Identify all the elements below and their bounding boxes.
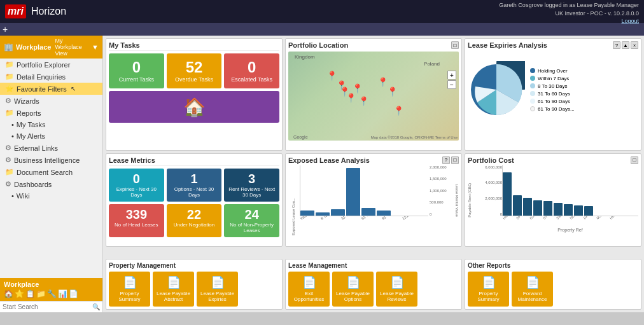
logout-link[interactable]: Logout [499,17,639,25]
other-property-summary-card[interactable]: 📄 Property Summary [468,272,509,307]
sidebar-item-business-intelligence[interactable]: ⚙ Business Intelligence [0,154,102,166]
map-controls-panel: □ [451,41,459,49]
lease-payable-expiries-card[interactable]: 📄 Lease Payable Expiries [197,272,238,307]
exit-opportunities-card[interactable]: 📄 Exit Opportunities [288,272,330,307]
sidebar-header: 🏢 Workplace My Workplace View ▼ [0,36,102,59]
sidebar-item-document-search[interactable]: 📁 Document Search [0,166,102,178]
cost-x-label: MS00011 [596,216,605,220]
metric-value: 22 [169,208,220,221]
sidebar-item-reports[interactable]: 📁 Reports [0,107,102,119]
map-zoom-in[interactable]: + [447,71,456,80]
metric-rent-reviews[interactable]: 3 Rent Reviews - Next 30 Days [224,169,279,202]
escalated-tasks-card[interactable]: 0 Escalated Tasks [224,53,279,88]
metric-options[interactable]: 1 Options - Next 30 Days [167,169,222,202]
legend-dot [530,106,535,111]
sidebar-item-my-tasks[interactable]: • My Tasks [0,119,102,130]
expand-ctrl[interactable]: □ [451,156,459,164]
help-ctrl[interactable]: ? [613,41,620,49]
close-ctrl[interactable]: × [631,41,638,49]
metric-label: Options - Next 30 Days [169,186,220,198]
sidebar-label: Detail Enquiries [17,73,66,81]
doc-icon: 📄 [211,275,225,289]
bullet-icon: • [11,192,14,200]
add-button[interactable]: + [3,24,8,34]
sidebar-icon-5[interactable]: 🔧 [47,289,57,298]
legend-61-90-2: 61 To 90 Days... [530,106,575,112]
card-label: Forward Maintenance [514,291,550,303]
home-task-card[interactable]: 🏠 [109,91,279,123]
y-val: 0 [430,212,454,216]
legend-8-30: 8 To 30 Days [530,83,575,89]
sidebar-item-detail-enquiries[interactable]: 📁 Detail Enquiries [0,71,102,83]
lease-payable-reviews-card[interactable]: 📄 Lease Payable Reviews [376,272,417,307]
lease-payable-options-card[interactable]: 📄 Lease Payable Options [332,272,374,307]
sidebar-icon-3[interactable]: 📋 [25,289,35,298]
metric-value: 3 [227,172,277,185]
map-zoom-out[interactable]: − [447,80,456,89]
sidebar-label: My Tasks [17,121,46,128]
bullet-icon: • [11,132,14,140]
sidebar-item-portfolio-explorer[interactable]: 📁 Portfolio Explorer [0,59,102,71]
sidebar-icon-4[interactable]: 📁 [36,289,46,298]
property-management-panel: Property Management 📄 Property Summary 📄… [106,259,283,310]
map-pin-4: 📍 [352,83,363,93]
map-pin-1: 📍 [326,71,337,81]
overdue-tasks-card[interactable]: 52 Overdue Tasks [167,53,222,88]
cost-x-label: STOREA [542,216,551,220]
lease-metrics-title: Lease Metrics [109,156,279,166]
sidebar-item-my-alerts[interactable]: • My Alerts [0,130,102,142]
sidebar-title: Workplace [16,43,51,51]
x-label: 8 To 30 Day... [320,216,333,221]
metric-negotiation[interactable]: 22 Under Negotiation [167,204,222,237]
exposed-lease-panel: Exposed Lease Analysis ? □ Exposed Lease… [285,153,462,247]
sidebar-icon-2[interactable]: ⭐ [15,289,24,298]
doc-icon: 📄 [123,275,137,289]
sidebar-label: My Alerts [17,132,45,140]
x-label: 121 - One Ye... [402,216,415,221]
map-credit: Map data ©2018 Google, ORION-ME Terms of… [371,135,458,139]
search-icon[interactable]: 🔍 [92,303,100,310]
sidebar-view-dropdown[interactable]: ▼ [92,43,99,51]
metric-expiries[interactable]: 0 Expiries - Next 30 Days [109,169,164,202]
other-reports-panel: Other Reports 📄 Property Summary 📄 Forwa… [465,259,641,310]
sidebar-item-wiki[interactable]: • Wiki [0,190,102,202]
sidebar-item-dashboards[interactable]: ⚙ Dashboards [0,178,102,190]
pie-chart-area: Holding Over Within 7 Days 8 To 30 Days [468,52,638,128]
overdue-tasks-label: Overdue Tasks [169,76,220,83]
sidebar-item-wizards[interactable]: ⚙ Wizards [0,95,102,107]
legend-label: Within 7 Days [538,76,569,81]
sidebar-icon-6[interactable]: 📊 [58,289,67,298]
current-tasks-value: 0 [111,60,162,75]
legend-dot [530,99,535,104]
sidebar-item-favourite-filters[interactable]: ⭐ Favourite Filters ↖ [0,83,102,95]
cost-x-label: SEFR503 [569,216,578,220]
portfolio-cost-title: Portfolio Cost [468,156,514,164]
y-val: 1,500,000 [430,177,454,181]
sidebar-nav: 📁 Portfolio Explorer 📁 Detail Enquiries … [0,59,102,278]
sidebar-item-external-links[interactable]: ⚙ External Links [0,142,102,154]
cost-bar [543,201,552,215]
cost-x-label: HAUFB16 [502,216,511,220]
expand-ctrl[interactable]: □ [631,156,638,164]
metric-head-leases[interactable]: 339 No of Head Leases [109,204,164,237]
lease-payable-abstract-card[interactable]: 📄 Lease Payable Abstract [153,272,194,307]
sidebar-view-label: My Workplace View [55,38,88,57]
google-logo: Google [293,135,308,139]
x-label: 31 To 60 Da... [340,216,354,221]
legend-dot [530,68,535,73]
property-summary-card[interactable]: 📄 Property Summary [109,272,150,307]
current-tasks-label: Current Tasks [111,76,162,83]
forward-maintenance-card[interactable]: 📄 Forward Maintenance [512,272,553,307]
overdue-tasks-value: 52 [169,60,220,75]
legend-31-60: 31 To 60 Days [530,91,575,97]
search-input[interactable] [3,303,92,310]
expand-ctrl[interactable]: ▲ [622,41,629,49]
current-tasks-card[interactable]: 0 Current Tasks [109,53,164,88]
sidebar-icon-1[interactable]: 🏠 [4,289,13,298]
metric-non-property[interactable]: 24 No of Non-Property Leases [224,204,279,237]
lease-management-panel: Lease Management 📄 Exit Opportunities 📄 … [285,259,462,310]
my-tasks-title: My Tasks [109,41,279,51]
map-ctrl-1[interactable]: □ [451,41,459,49]
help-ctrl[interactable]: ? [442,156,450,164]
sidebar-icon-7[interactable]: 📄 [69,289,78,298]
